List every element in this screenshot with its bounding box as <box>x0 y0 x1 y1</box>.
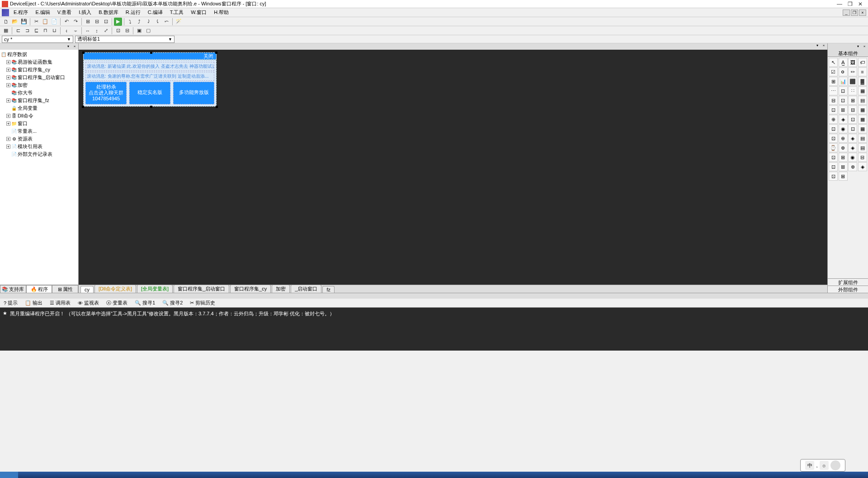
editor-tab[interactable]: _启动窗口 <box>291 285 321 293</box>
tree-item[interactable]: +🗄Dll命令 <box>1 112 77 120</box>
toolbox-item[interactable]: ⊞ <box>829 77 838 86</box>
toolbox-item[interactable]: ⭘ <box>839 67 848 76</box>
toolbox-item[interactable]: ▤ <box>858 143 867 152</box>
form-designer-canvas[interactable]: 关闭 滚动消息: 新诸仙渠 此.欢迎你的接入 圣盗才志先去 神器功能试这版 滚动… <box>79 50 827 285</box>
toolbox-item[interactable]: ⊡ <box>829 162 838 171</box>
editor-close-icon[interactable]: × <box>821 43 826 48</box>
tree-root[interactable]: 📋 程序数据 <box>1 51 77 58</box>
taskbar[interactable] <box>0 472 868 478</box>
expand-icon[interactable]: + <box>6 68 10 72</box>
btab-tips[interactable]: ?提示 <box>2 299 19 307</box>
tree-item[interactable]: +📚易游验证函数集 <box>1 58 77 66</box>
step4-icon[interactable]: ⤹ <box>153 18 161 26</box>
toolbox-item[interactable]: 📊 <box>839 77 848 86</box>
paste-icon[interactable]: 📄 <box>50 18 58 26</box>
tree-item[interactable]: 📄外部文件记录表 <box>1 150 77 158</box>
step3-icon[interactable]: ⤸ <box>144 18 152 26</box>
align-mid-icon[interactable]: ⊔ <box>50 27 58 35</box>
toolbox-item[interactable]: ⊡ <box>829 153 838 162</box>
toolbox-item[interactable]: ⊡ <box>829 172 838 181</box>
editor-tab[interactable]: 窗口程序集_cy <box>230 285 271 293</box>
tree-item[interactable]: +📚窗口程序集_cy <box>1 66 77 74</box>
close-button[interactable]: ✕ <box>858 1 863 7</box>
layout1-icon[interactable]: ⊞ <box>84 18 92 26</box>
tree-item[interactable]: +📄模块引用表 <box>1 143 77 150</box>
centerh-icon[interactable]: ⊡ <box>114 27 122 35</box>
align-center-icon[interactable]: ⊐ <box>23 27 31 35</box>
menu-window[interactable]: W.窗口 <box>188 9 209 16</box>
toolbox-item[interactable]: ⊞ <box>839 105 848 114</box>
component-select[interactable]: 透明标签1 ▼ <box>75 36 175 43</box>
ime-mode[interactable]: ☼ <box>820 461 829 470</box>
maximize-button[interactable]: ❐ <box>848 1 853 7</box>
tab-extended[interactable]: 扩展组件 <box>828 278 868 286</box>
scroll-label-1[interactable]: 滚动消息: 新诸仙渠 此.欢迎你的接入 圣盗才志先去 神器功能试这版 <box>85 62 214 71</box>
toolbox-item[interactable]: ✏ <box>848 67 857 76</box>
tree-item[interactable]: 📄常量表... <box>1 127 77 135</box>
toolbox-item[interactable]: ◉ <box>848 153 857 162</box>
menu-edit[interactable]: E.编辑 <box>33 9 52 16</box>
menu-view[interactable]: V.查看 <box>55 9 74 16</box>
tab-support-lib[interactable]: 📚支持库 <box>0 285 26 293</box>
toolbox-item[interactable]: ▓ <box>858 77 867 86</box>
menu-compile[interactable]: C.编译 <box>145 9 165 16</box>
toolbox-item[interactable]: ◈ <box>848 143 857 152</box>
toolbox-item[interactable]: ⊡ <box>829 134 838 143</box>
form-titlebar[interactable]: 关闭 <box>83 52 217 60</box>
editor-dock-icon[interactable]: ▾ <box>815 43 820 48</box>
toolbox-item[interactable]: ◉ <box>839 124 848 133</box>
expand-icon[interactable]: + <box>6 83 10 87</box>
toolbox-item[interactable]: ⌚ <box>829 143 838 152</box>
size-wh-icon[interactable]: ⤢ <box>102 27 110 35</box>
scroll-label-2[interactable]: 滚动消息: 免谢的尊称.您有需求广泛请关联到 近制是动后添... <box>85 72 214 81</box>
menu-tools[interactable]: T.工具 <box>167 9 187 16</box>
ime-lang[interactable]: 中 <box>805 461 814 470</box>
toolbox-item[interactable]: ⊟ <box>829 96 838 105</box>
tab-program[interactable]: 🔥程序 <box>26 285 52 293</box>
front-icon[interactable]: ▣ <box>135 27 143 35</box>
run-icon[interactable]: ▶ <box>114 18 122 26</box>
btab-calls[interactable]: ☰调用表 <box>48 299 72 307</box>
toolbox-item[interactable]: A̲ <box>839 58 848 67</box>
form-button-1[interactable]: 处理秒杀 点击进入聊天群 1047854945 <box>85 82 127 104</box>
menu-run[interactable]: R.运行 <box>123 9 143 16</box>
form-button-2[interactable]: 稳定实名版 <box>129 82 170 104</box>
btab-search2[interactable]: 🔍搜寻2 <box>160 299 184 307</box>
redo-icon[interactable]: ↷ <box>71 18 80 26</box>
tab-external[interactable]: 外部组件 <box>828 286 868 293</box>
toolbox-item[interactable]: ≡ <box>858 67 867 76</box>
mdi-restore[interactable]: ❐ <box>851 9 858 16</box>
editor-tab[interactable]: 窗口程序集_启动窗口 <box>174 285 229 293</box>
toolbox-item[interactable]: ▤ <box>858 134 867 143</box>
toolbox-item[interactable]: ⊞ <box>848 96 857 105</box>
toolbox-item[interactable]: ◈ <box>848 134 857 143</box>
toolbox-item[interactable]: ⊡ <box>839 96 848 105</box>
toolbox-item[interactable]: ⊟ <box>848 105 857 114</box>
toolbox-item[interactable]: ▦ <box>858 86 867 95</box>
toolbox-item[interactable]: ⊡ <box>829 124 838 133</box>
btab-watch[interactable]: 👁监视表 <box>76 299 101 307</box>
btab-vars[interactable]: ⓧ变量表 <box>104 299 129 307</box>
toolbox-item[interactable]: 🖼 <box>848 58 857 67</box>
tree-item[interactable]: +📁窗口 <box>1 120 77 127</box>
size-h-icon[interactable]: ↕ <box>93 27 101 35</box>
editor-tab[interactable]: 加密 <box>272 285 290 293</box>
tab-properties[interactable]: ⊞属性 <box>52 285 78 293</box>
toolbox-item[interactable]: ⊡ <box>829 105 838 114</box>
expand-icon[interactable]: + <box>6 60 10 64</box>
toolbox-item[interactable]: ⊡ <box>848 124 857 133</box>
toolbox-item[interactable]: ☑ <box>829 67 838 76</box>
back-icon[interactable]: ▢ <box>144 27 152 35</box>
project-tree[interactable]: 📋 程序数据 +📚易游验证函数集+📚窗口程序集_cy+📚窗口程序集_启动窗口+📚… <box>0 50 78 285</box>
form-body[interactable]: 滚动消息: 新诸仙渠 此.欢迎你的接入 圣盗才志先去 神器功能试这版 滚动消息:… <box>83 60 217 107</box>
tree-item[interactable]: +📚窗口程序集_启动窗口 <box>1 74 77 81</box>
toolbox-item[interactable]: ◈ <box>858 162 867 171</box>
btab-search1[interactable]: 🔍搜寻1 <box>133 299 157 307</box>
toolbox-item[interactable]: ⊕ <box>848 162 857 171</box>
toolbox-item[interactable]: ⊡ <box>839 86 848 95</box>
toolbox-item[interactable]: ⬛ <box>848 77 857 86</box>
toolbox-item[interactable]: ⊕ <box>839 134 848 143</box>
btab-clipboard[interactable]: ✂剪辑历史 <box>188 299 217 307</box>
editor-tab[interactable]: [全局变量表] <box>137 285 173 293</box>
btab-output[interactable]: 📋输出 <box>23 299 44 307</box>
